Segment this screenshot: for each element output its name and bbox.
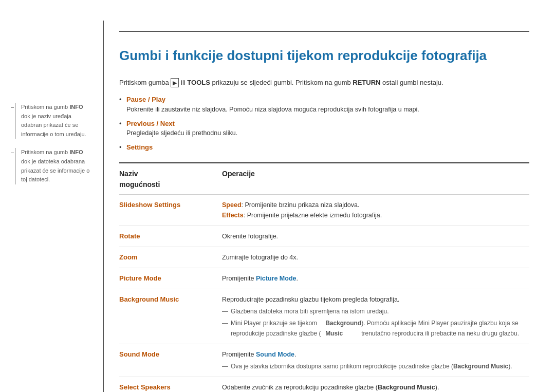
bullet-desc-2: Pregledajte sljedeću ili prethodnu sliku…: [126, 128, 529, 138]
row-name-bgmusic: Background Music: [119, 294, 222, 305]
row-name-speakers: Select Speakers: [119, 382, 222, 392]
main-content: Gumbi i funkcije dostupni tijekom reprod…: [103, 21, 555, 392]
row-background-music: Background Music Reproducirajte pozadins…: [119, 289, 529, 344]
col-header-name: Naziv mogućnosti: [119, 169, 222, 190]
page-title: Gumbi i funkcije dostupni tijekom reprod…: [119, 47, 529, 65]
row-ops-bgmusic: Reproducirajte pozadinsku glazbu tijekom…: [222, 294, 529, 339]
row-ops-slideshow: Speed: Promijenite brzinu prikaza niza s…: [222, 200, 529, 220]
sidebar-text-2: Pritiskom na gumb INFO dok je datoteka o…: [21, 149, 89, 182]
row-ops-speakers: Odaberite zvučnik za reprodukciju pozadi…: [222, 382, 529, 392]
bullet-pause-play: Pause / Play Pokrenite ili zaustavite ni…: [119, 95, 529, 114]
top-divider: [119, 31, 529, 32]
row-select-speakers: Select Speakers Odaberite zvučnik za rep…: [119, 377, 529, 392]
row-ops-zoom: Zumirajte fotografije do 4x.: [222, 252, 529, 263]
row-name-sound: Sound Mode: [119, 349, 222, 360]
col-name-line1: Naziv: [119, 170, 138, 178]
table-header: Naziv mogućnosti Operacije: [119, 163, 529, 195]
row-sound-mode: Sound Mode Promijenite Sound Mode. Ova j…: [119, 344, 529, 377]
row-name-rotate: Rotate: [119, 231, 222, 241]
bgmusic-note-2: Mini Player prikazuje se tijekom reprodu…: [222, 319, 529, 338]
row-ops-sound: Promijenite Sound Mode. Ova je stavka iz…: [222, 349, 529, 371]
col-header-ops: Operacije: [222, 169, 529, 190]
intro-paragraph: Pritiskom gumba ▶ ili TOOLS prikazuju se…: [119, 78, 529, 88]
bgmusic-note-1: Glazbena datoteka mora biti spremljena n…: [222, 307, 529, 316]
row-name-picture: Picture Mode: [119, 273, 222, 284]
sidebar: Pritiskom na gumb INFO dok je naziv uređ…: [0, 21, 103, 392]
bullet-label-1: Pause / Play: [126, 96, 165, 103]
bullet-label-3: Settings: [126, 143, 153, 151]
row-slideshow-settings: Slideshow Settings Speed: Promijenite br…: [119, 195, 529, 226]
row-name-zoom: Zoom: [119, 252, 222, 263]
features-table: Naziv mogućnosti Operacije Slideshow Set…: [119, 162, 529, 392]
row-ops-picture: Promijenite Picture Mode.: [222, 273, 529, 284]
sidebar-text-1: Pritiskom na gumb INFO dok je naziv uređ…: [21, 104, 86, 137]
sidebar-item-1: Pritiskom na gumb INFO dok je naziv uređ…: [15, 103, 92, 139]
bullet-settings: Settings: [119, 142, 529, 153]
sound-note-1: Ova je stavka izbornika dostupna samo pr…: [222, 362, 529, 371]
row-rotate: Rotate Okrenite fotografije.: [119, 226, 529, 247]
sidebar-item-2: Pritiskom na gumb INFO dok je datoteka o…: [15, 148, 92, 184]
row-name-slideshow: Slideshow Settings: [119, 200, 222, 210]
feature-list: Pause / Play Pokrenite ili zaustavite ni…: [119, 95, 529, 152]
bullet-previous-next: Previous / Next Pregledajte sljedeću ili…: [119, 119, 529, 138]
row-zoom: Zoom Zumirajte fotografije do 4x.: [119, 247, 529, 268]
bullet-desc-1: Pokrenite ili zaustavite niz slajdova. P…: [126, 105, 529, 115]
row-picture-mode: Picture Mode Promijenite Picture Mode.: [119, 268, 529, 289]
row-ops-rotate: Okrenite fotografije.: [222, 231, 529, 241]
col-name-line2: mogućnosti: [119, 180, 160, 189]
bullet-label-2: Previous / Next: [126, 120, 175, 127]
